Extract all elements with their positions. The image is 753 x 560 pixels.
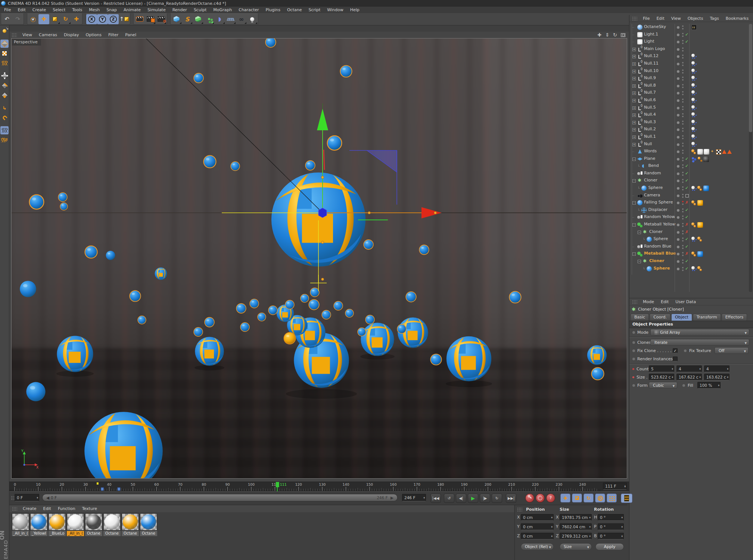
tag-matD[interactable] — [703, 156, 709, 162]
visibility-dots[interactable] — [682, 77, 684, 78]
object-row-sphere[interactable]: └Sphere✓ — [629, 265, 748, 273]
count-z-field[interactable]: 4 — [704, 365, 729, 372]
material-label[interactable]: Octane — [140, 531, 157, 536]
material-menu-item-function[interactable]: Function — [55, 506, 79, 511]
points-mode-button[interactable] — [0, 72, 9, 80]
object-row-falling-sphere[interactable]: −Falling Sphere✗ — [629, 199, 748, 207]
layer-dot[interactable] — [677, 172, 679, 175]
tab-effectors[interactable]: Effectors — [722, 314, 747, 321]
layer-dot[interactable] — [677, 92, 679, 94]
expand-toggle[interactable]: + — [632, 143, 636, 146]
tag-orangeDot[interactable] — [697, 156, 703, 162]
object-row-random-yellow[interactable]: Random Yellow✓ — [629, 214, 748, 221]
menu-item-window[interactable]: Window — [324, 7, 346, 13]
menu-item-animate[interactable]: Animate — [120, 7, 144, 13]
layer-dot[interactable] — [677, 63, 679, 65]
expand-toggle[interactable]: + — [632, 136, 636, 139]
object-row-metaball-yellow[interactable]: −Metaball Yellow✗ — [629, 221, 748, 229]
tag-comp[interactable] — [691, 237, 697, 242]
snap-button[interactable] — [0, 113, 9, 122]
expand-toggle[interactable]: − — [632, 223, 636, 227]
visibility-dots[interactable] — [682, 113, 684, 115]
render-picture-viewer-button[interactable] — [145, 14, 156, 24]
add-spline-button[interactable]: S — [182, 14, 193, 24]
param-bullet[interactable] — [632, 349, 635, 352]
material-swatch-6[interactable]: Octane — [122, 513, 139, 536]
viewport-menu-item-panel[interactable]: Panel — [122, 32, 140, 38]
size-y-field[interactable]: 7602.04 cm — [560, 523, 592, 530]
layer-dot[interactable] — [677, 143, 679, 146]
undo-button[interactable]: ↶ — [1, 14, 12, 24]
model-globe-icon[interactable] — [0, 27, 9, 35]
disabled-cross[interactable]: ✗ — [685, 230, 688, 234]
expand-toggle[interactable]: + — [632, 62, 636, 66]
visibility-dots[interactable] — [682, 252, 684, 253]
disabled-cross[interactable]: ✗ — [685, 200, 688, 205]
expand-toggle[interactable]: + — [632, 106, 636, 110]
render-view-button[interactable] — [134, 14, 145, 24]
object-row-null-3[interactable]: +Null.3 — [629, 119, 748, 127]
expand-toggle[interactable]: + — [632, 84, 636, 88]
pan-view-icon[interactable]: ✚ — [597, 32, 601, 38]
menu-item-help[interactable]: Help — [347, 7, 363, 13]
layer-dot[interactable] — [677, 216, 679, 219]
viewport-menu-item-filter[interactable]: Filter — [105, 32, 122, 38]
size-z-field[interactable]: 2769.312 cm — [560, 533, 592, 539]
tag-comp[interactable] — [691, 186, 697, 191]
last-tool[interactable]: ✚ — [71, 14, 82, 24]
enabled-check[interactable]: ✓ — [685, 32, 688, 37]
layer-dot[interactable] — [677, 253, 679, 255]
visibility-dots[interactable] — [682, 186, 684, 188]
mode-dropdown[interactable]: Grid Array — [650, 329, 749, 336]
panel-grip[interactable] — [632, 16, 637, 21]
keyframe-presets-button[interactable] — [621, 494, 632, 503]
layer-dot[interactable] — [677, 107, 679, 109]
menu-item-snap[interactable]: Snap — [103, 7, 120, 13]
next-frame-button[interactable]: |▶ — [480, 494, 490, 503]
object-row-sphere[interactable]: └Sphere✓ — [629, 185, 748, 192]
visibility-dots[interactable] — [682, 267, 684, 268]
layer-dot[interactable] — [677, 85, 679, 87]
enabled-check[interactable]: ✓ — [685, 186, 688, 190]
expand-toggle[interactable]: − — [632, 201, 636, 205]
tag-checker[interactable] — [716, 149, 721, 155]
visibility-dots[interactable] — [682, 55, 684, 56]
menu-item-octane[interactable]: Octane — [284, 7, 305, 13]
expand-toggle[interactable]: + — [632, 121, 636, 124]
keyframe-selection-button[interactable]: ? — [546, 494, 555, 503]
key-rotation-toggle[interactable]: ↻ — [584, 494, 594, 503]
end-frame-field[interactable]: 246 F — [402, 494, 426, 501]
add-deformer-button[interactable]: ◗ — [214, 14, 225, 24]
menu-item-sculpt[interactable]: Sculpt — [190, 7, 210, 13]
rotation-h-field[interactable]: 0 ° — [598, 514, 624, 521]
tag-comp[interactable] — [691, 127, 697, 132]
lock-y-axis[interactable]: Y — [97, 14, 108, 24]
object-row-null-9[interactable]: +Null.9 — [629, 75, 748, 83]
menu-item-simulate[interactable]: Simulate — [144, 7, 169, 13]
lock-x-axis[interactable]: X — [86, 14, 97, 24]
expand-toggle[interactable]: + — [632, 77, 636, 80]
add-environment-button[interactable] — [225, 14, 236, 24]
add-mograph-button[interactable] — [203, 14, 214, 24]
keyframe-bullet[interactable] — [632, 368, 634, 370]
object-row-null-11[interactable]: +Null.11 — [629, 60, 748, 68]
render-instances-checkbox[interactable] — [673, 357, 678, 361]
layer-dot[interactable] — [677, 202, 679, 204]
position-x-field[interactable]: 0 cm — [521, 514, 554, 521]
layer-dot[interactable] — [677, 121, 679, 124]
param-bullet[interactable] — [632, 358, 635, 360]
object-row-light-1[interactable]: Light.1✓ — [629, 31, 748, 39]
layer-dot[interactable] — [677, 187, 679, 190]
layer-dot[interactable] — [677, 195, 679, 197]
visibility-dots[interactable] — [682, 135, 684, 137]
apply-button[interactable]: Apply — [595, 543, 624, 550]
expand-toggle[interactable]: − — [632, 179, 636, 183]
tag-comp[interactable] — [691, 134, 697, 140]
expand-toggle[interactable]: − — [638, 260, 641, 263]
fill-field[interactable]: 100 % — [697, 382, 721, 389]
play-button[interactable]: ▶ — [468, 494, 478, 503]
tab-transform[interactable]: Transform — [693, 314, 721, 321]
layer-dot[interactable] — [677, 150, 679, 153]
layer-dot[interactable] — [677, 34, 679, 36]
menu-item-script[interactable]: Script — [305, 7, 324, 13]
